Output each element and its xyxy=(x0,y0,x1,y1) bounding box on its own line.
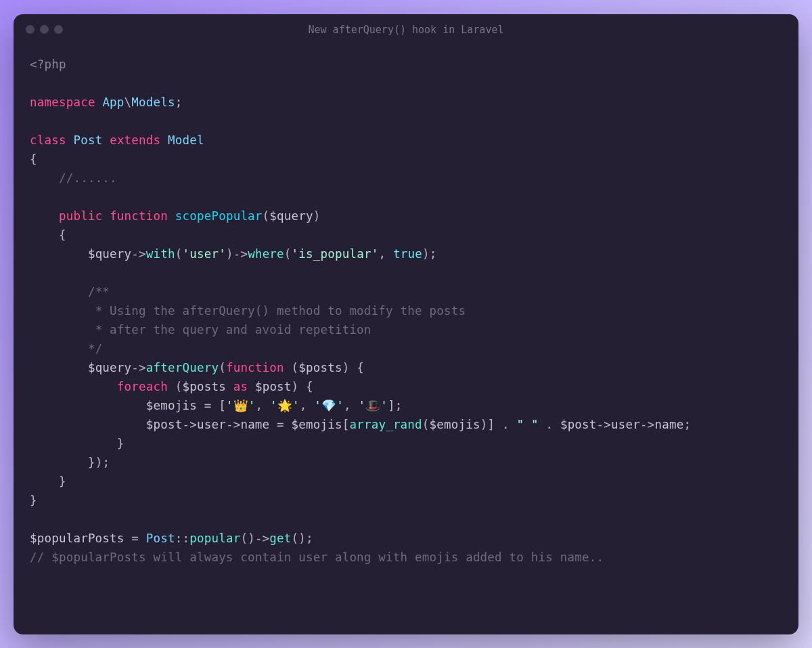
arr-open: [ xyxy=(219,399,226,412)
traffic-lights xyxy=(26,25,63,34)
var-post: $post xyxy=(146,418,183,431)
call-get: get xyxy=(269,532,291,545)
prop-name: name xyxy=(240,418,269,431)
paren: ( xyxy=(263,209,270,223)
semi: ; xyxy=(395,399,403,412)
brace: { xyxy=(59,228,66,242)
arrow: -> xyxy=(640,418,654,431)
var-query: $query xyxy=(88,247,131,261)
paren: ) xyxy=(342,361,350,374)
call-afterQuery: afterQuery xyxy=(146,361,219,374)
kw-class: class xyxy=(30,133,66,147)
kw-extends: extends xyxy=(110,133,160,147)
arr-close: ] xyxy=(487,418,495,431)
parens: () xyxy=(292,532,306,545)
brace: { xyxy=(30,152,37,166)
var-popularPosts: $popularPosts xyxy=(30,532,125,545)
final-comment: // $popularPosts will always contain use… xyxy=(30,550,604,564)
arrow: -> xyxy=(131,361,145,374)
str-emoji: '💎' xyxy=(314,399,344,412)
call-array-rand: array_rand xyxy=(349,418,422,431)
var-emojis: $emojis xyxy=(146,399,197,412)
brace: } xyxy=(59,475,66,488)
var-emojis: $emojis xyxy=(430,418,480,431)
window-titlebar: New afterQuery() hook in Laravel xyxy=(14,14,798,45)
call-with: with xyxy=(146,247,175,261)
kw-as: as xyxy=(233,380,248,393)
brace: } xyxy=(117,437,125,450)
paren: ) xyxy=(226,247,233,261)
eq: = xyxy=(125,532,146,545)
paren: ( xyxy=(284,247,292,261)
var-post: $post xyxy=(560,418,597,431)
arrow: -> xyxy=(131,247,145,261)
brace: { xyxy=(306,380,313,393)
dcolon: :: xyxy=(175,532,189,545)
ns-app: App xyxy=(102,95,124,109)
kw-public: public xyxy=(59,209,102,223)
arrow: -> xyxy=(226,418,240,431)
semi: ; xyxy=(683,418,691,431)
call-popular: popular xyxy=(189,532,240,545)
eq: = xyxy=(269,418,291,431)
dot: . xyxy=(539,418,560,431)
paren: ) xyxy=(480,418,488,431)
cls-post: Post xyxy=(146,532,175,545)
fn-scopePopular: scopePopular xyxy=(175,209,263,223)
paren: ( xyxy=(292,361,299,374)
arrow: -> xyxy=(597,418,611,431)
str-emoji: '🎩' xyxy=(358,399,388,412)
ns-models: Models xyxy=(131,95,175,109)
kw-foreach: foreach xyxy=(117,380,168,393)
paren: ( xyxy=(175,247,183,261)
window-title: New afterQuery() hook in Laravel xyxy=(14,24,798,36)
var-post: $post xyxy=(255,380,292,393)
arr-close: ] xyxy=(388,399,395,412)
eq: = xyxy=(197,399,219,412)
prop-user: user xyxy=(197,418,226,431)
prop-name: name xyxy=(655,418,684,431)
var-query: $query xyxy=(269,209,313,223)
str-space: " " xyxy=(516,418,538,431)
prop-user: user xyxy=(611,418,640,431)
paren: ( xyxy=(175,380,183,393)
doc-line: * Using the afterQuery() method to modif… xyxy=(88,304,466,318)
var-emojis: $emojis xyxy=(292,418,342,431)
comma: , xyxy=(300,399,307,412)
comma: , xyxy=(256,399,263,412)
close: ); xyxy=(95,456,110,469)
arrow: -> xyxy=(255,532,269,545)
doc-line: */ xyxy=(88,342,102,355)
str-emoji: '🌟' xyxy=(270,399,300,412)
close-dot-icon[interactable] xyxy=(26,25,35,34)
doc-line: * after the query and avoid repetition xyxy=(88,323,371,337)
arrow: -> xyxy=(233,247,248,261)
code-block: <?php namespace App\Models; class Post e… xyxy=(14,45,798,583)
brace: { xyxy=(357,361,364,374)
parens: () xyxy=(240,532,254,545)
cls-model: Model xyxy=(168,133,204,147)
paren: ) xyxy=(313,209,321,223)
str-is-popular: 'is_popular' xyxy=(292,247,379,261)
bool-true: true xyxy=(393,247,422,261)
maximize-dot-icon[interactable] xyxy=(54,25,63,34)
ns-bs: \ xyxy=(125,95,132,109)
paren: ) xyxy=(292,380,299,393)
brace: } xyxy=(88,456,95,469)
var-posts: $posts xyxy=(183,380,226,393)
dot: . xyxy=(495,418,516,431)
minimize-dot-icon[interactable] xyxy=(40,25,49,34)
cls-post: Post xyxy=(73,133,102,147)
paren: ( xyxy=(422,418,430,431)
doc-line: /** xyxy=(88,285,110,299)
semi: ; xyxy=(306,532,313,545)
call-where: where xyxy=(248,247,284,261)
var-posts: $posts xyxy=(298,361,342,374)
comma: , xyxy=(344,399,351,412)
ns-semi: ; xyxy=(175,95,183,109)
kw-namespace: namespace xyxy=(30,95,95,109)
brace: } xyxy=(30,494,37,507)
var-query: $query xyxy=(88,361,131,374)
comment-dots: //...... xyxy=(59,171,117,185)
code-window: New afterQuery() hook in Laravel <?php n… xyxy=(14,14,798,634)
